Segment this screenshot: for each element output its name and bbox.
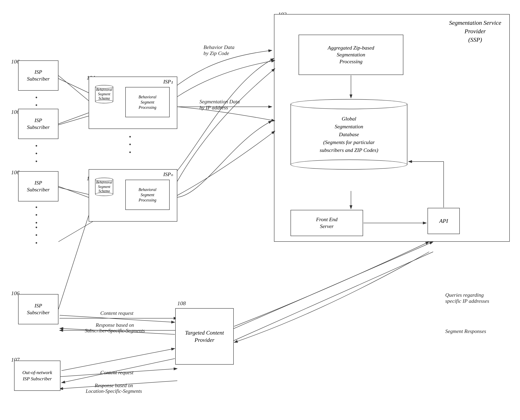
isp1-schema-label: BehavioralSegmentSchema xyxy=(95,87,113,102)
svg-line-14 xyxy=(58,222,93,242)
svg-line-3 xyxy=(58,115,93,125)
svg-line-27 xyxy=(61,348,175,371)
isp1-label: ISP₁ xyxy=(163,79,173,85)
segment-responses-label: Segment Responses xyxy=(445,328,502,334)
svg-line-13 xyxy=(230,252,433,342)
isp1-outer-box: ISP₁ BehavioralSegmentSchema BehavioralS… xyxy=(89,76,177,129)
diagram: 102 104 104 106 106 106 106 107 108 110 … xyxy=(0,0,520,420)
dots-4: ••• xyxy=(35,224,38,247)
svg-line-2 xyxy=(58,79,93,95)
front-end-server-box: Front EndServer xyxy=(291,210,363,236)
content-request-2-label: Content request xyxy=(79,370,155,376)
svg-line-21 xyxy=(58,75,89,101)
svg-line-25 xyxy=(60,315,175,322)
ispn-schema-label: BehavioralSegmentSchema xyxy=(95,180,113,194)
ssp-label: Segmentation ServiceProvider(SSP) xyxy=(449,19,501,44)
global-seg-db-cylinder: GlobalSegmentationDatabase(Segments for … xyxy=(291,99,407,170)
out-of-network-subscriber: Out-of-networkISP Subscriber xyxy=(14,360,60,391)
isp-subscriber-4: ISPSubscriber xyxy=(18,294,58,324)
segmentation-data-label: Segmentation Databy IP address xyxy=(199,99,268,111)
isp1-schema-cylinder: BehavioralSegmentSchema xyxy=(95,85,113,103)
svg-line-23 xyxy=(58,186,89,197)
ssp-outer-box: Segmentation ServiceProvider(SSP) Aggreg… xyxy=(274,14,510,242)
ispn-schema-cylinder: BehavioralSegmentSchema xyxy=(95,178,113,196)
isp-dots: ••• xyxy=(129,133,131,156)
ispn-outer-box: ISPₙ BehavioralSegmentSchema BehavioralS… xyxy=(89,169,177,222)
ispn-label: ISPₙ xyxy=(163,171,173,178)
isp1-processing-box: BehavioralSegmentProcessing xyxy=(125,87,170,117)
isp-subscriber-1: ISPSubscriber xyxy=(18,60,58,91)
global-seg-db-label: GlobalSegmentationDatabase(Segments for … xyxy=(320,115,378,154)
response-location-label: Response based onLocation-Specific-Segme… xyxy=(60,383,167,394)
ref-108: 108 xyxy=(177,300,186,307)
behavior-data-label: Behavior Databy Zip Code xyxy=(203,44,268,56)
svg-line-12 xyxy=(230,242,433,330)
svg-line-24 xyxy=(58,216,89,309)
api-box: API xyxy=(428,208,460,234)
isp-subscriber-2: ISPSubscriber xyxy=(18,109,58,139)
queries-label: Queries regardingspecific IP addresses xyxy=(445,292,510,304)
response-subscriber-label: Response based onSubscriber-Specific-Seg… xyxy=(64,322,165,334)
isp-subscriber-3: ISPSubscriber xyxy=(18,171,58,202)
dots-2: ••• xyxy=(35,142,38,165)
aggregated-zip-box: Aggregated Zip-basedSegmentationProcessi… xyxy=(299,35,403,75)
targeted-content-provider-box: Targeted ContentProvider xyxy=(175,308,234,365)
dots-3: ••• xyxy=(35,203,38,227)
ispn-processing-box: BehavioralSegmentProcessing xyxy=(125,180,170,210)
svg-line-4 xyxy=(58,187,93,195)
svg-line-22 xyxy=(58,113,89,124)
content-request-1-label: Content request xyxy=(79,310,155,316)
